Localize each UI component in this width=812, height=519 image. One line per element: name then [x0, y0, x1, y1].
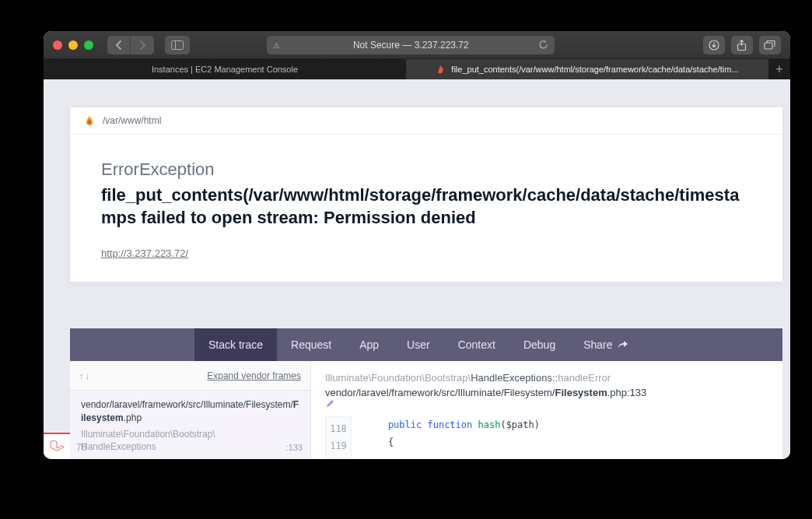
laravel-badge[interactable]: [44, 433, 70, 459]
svg-rect-0: [172, 40, 184, 49]
tab-error-page[interactable]: file_put_contents(/var/www/html/storage/…: [406, 59, 768, 79]
tab-label: Instances | EC2 Management Console: [152, 65, 298, 74]
stack-trace-section: Stack trace Request App User Context Deb…: [70, 328, 782, 459]
tabs-overview-button[interactable]: [759, 36, 781, 54]
tab-stack-trace[interactable]: Stack trace: [194, 328, 277, 361]
error-breadcrumb: /var/www/html: [70, 107, 782, 135]
code-lines: public function hash($path) {: [366, 416, 540, 458]
new-tab-button[interactable]: +: [768, 59, 790, 79]
address-bar[interactable]: ⚠ Not Secure — 3.237.223.72: [267, 36, 555, 54]
forward-button[interactable]: [131, 36, 154, 54]
tab-user[interactable]: User: [393, 328, 444, 361]
share-icon: [737, 40, 747, 51]
frame-line-number: :133: [286, 442, 303, 454]
tab-label: file_put_contents(/var/www/html/storage/…: [451, 65, 738, 74]
chevron-left-icon: [115, 40, 122, 50]
exception-type: ErrorException: [101, 160, 751, 180]
not-secure-icon: ⚠: [273, 40, 282, 50]
breadcrumb-path: /var/www/html: [103, 115, 161, 126]
plus-icon: +: [775, 62, 782, 76]
tab-ec2-console[interactable]: Instances | EC2 Management Console: [44, 59, 406, 79]
titlebar: ⚠ Not Secure — 3.237.223.72: [44, 31, 790, 59]
browser-window: ⚠ Not Secure — 3.237.223.72 Instances | …: [44, 31, 790, 459]
flare-logo-icon: [84, 115, 95, 126]
nav-back-forward: [107, 36, 154, 54]
frame-file-path: vendor/laravel/framework/src/Illuminate/…: [81, 398, 299, 425]
tab-app[interactable]: App: [345, 328, 393, 361]
sidebar-toggle-button[interactable]: [165, 36, 190, 54]
downloads-button[interactable]: [703, 36, 725, 54]
maximize-window-icon[interactable]: [84, 40, 93, 50]
frame-count: 76: [76, 442, 86, 453]
request-url-link[interactable]: http://3.237.223.72/: [101, 247, 188, 259]
arrow-up-icon: ↑: [79, 371, 84, 380]
minimize-window-icon[interactable]: [68, 40, 78, 50]
tab-share[interactable]: Share: [569, 328, 642, 361]
frame-namespace: Illuminate\Foundation\Bootstrap\HandleEx…: [81, 428, 299, 454]
tab-debug[interactable]: Debug: [509, 328, 569, 361]
svg-text:⚠: ⚠: [273, 41, 280, 50]
gutter-line: 118: [326, 420, 351, 437]
share-arrow-icon: [618, 340, 628, 349]
source-code: 118 119 public function hash($path) {: [325, 416, 768, 458]
chevron-right-icon: [139, 40, 146, 50]
error-card: /var/www/html ErrorException file_put_co…: [70, 107, 782, 282]
edit-file-icon[interactable]: [325, 398, 768, 409]
toolbar-right: [703, 36, 781, 54]
source-file-line: vendor/laravel/framework/src/Illuminate/…: [325, 387, 768, 409]
laravel-icon: [49, 439, 65, 454]
gutter-line: 119: [326, 437, 351, 454]
close-window-icon[interactable]: [53, 40, 62, 50]
code-line: {: [366, 433, 540, 451]
tab-share-label: Share: [583, 338, 612, 351]
frame-nav-arrows[interactable]: ↑ ↓: [79, 371, 89, 380]
exception-message: file_put_contents(/var/www/html/storage/…: [101, 184, 751, 229]
sidebar-icon: [171, 40, 184, 50]
code-line: public function hash($path): [366, 416, 540, 433]
ignition-favicon-icon: [436, 64, 446, 75]
source-panel: Illuminate\Foundation\Bootstrap\HandleEx…: [311, 361, 782, 459]
line-gutter: 118 119: [325, 416, 352, 458]
tab-bar: Instances | EC2 Management Console file_…: [44, 59, 790, 79]
traffic-lights: [53, 40, 93, 50]
tab-request[interactable]: Request: [277, 328, 345, 361]
svg-rect-5: [765, 43, 772, 49]
reload-button[interactable]: [538, 40, 548, 50]
page-content: /var/www/html ErrorException file_put_co…: [44, 79, 790, 459]
share-button[interactable]: [731, 36, 753, 54]
tabs-icon: [764, 40, 775, 50]
expand-vendor-frames-link[interactable]: Expand vendor frames: [207, 370, 301, 381]
stack-frame[interactable]: vendor/laravel/framework/src/Illuminate/…: [70, 391, 310, 459]
trace-tabs: Stack trace Request App User Context Deb…: [70, 328, 782, 361]
back-button[interactable]: [107, 36, 131, 54]
error-card-body: ErrorException file_put_contents(/var/ww…: [70, 135, 782, 282]
tab-context[interactable]: Context: [444, 328, 509, 361]
frames-panel-header: ↑ ↓ Expand vendor frames: [70, 361, 310, 391]
address-text: Not Secure — 3.237.223.72: [353, 40, 469, 51]
frames-panel: ↑ ↓ Expand vendor frames vendor/laravel/…: [70, 361, 311, 459]
arrow-down-icon: ↓: [86, 371, 90, 380]
reload-icon: [538, 40, 548, 50]
trace-body: ↑ ↓ Expand vendor frames vendor/laravel/…: [70, 361, 782, 459]
download-icon: [709, 40, 719, 51]
source-namespace-line: Illuminate\Foundation\Bootstrap\HandleEx…: [325, 372, 768, 384]
